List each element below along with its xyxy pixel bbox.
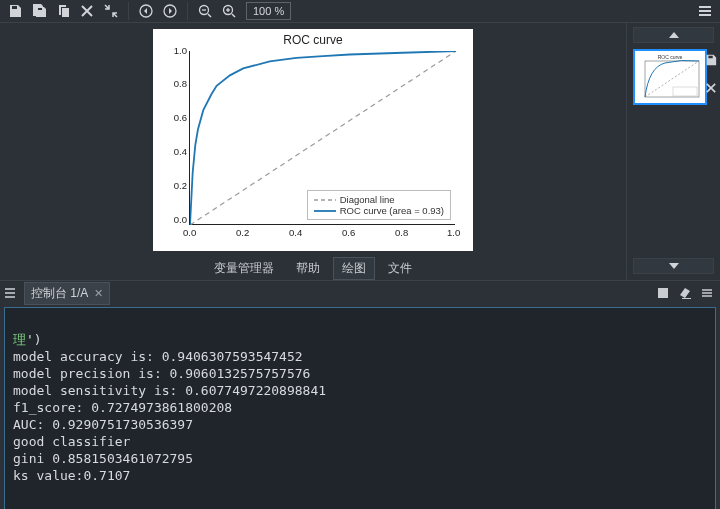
- x-tick: 0.8: [395, 227, 408, 238]
- app-root: 100 % ROC curve: [0, 0, 720, 509]
- toolbar-separator: [128, 2, 129, 20]
- save-icon[interactable]: [4, 0, 26, 22]
- console-line: f1_score: 0.7274973861800208: [13, 400, 232, 415]
- thumb-save-icon[interactable]: [700, 49, 720, 71]
- y-tick: 0.6: [174, 112, 187, 123]
- console-line: model sensitivity is: 0.6077497220898841: [13, 383, 326, 398]
- console-tab-label: 控制台 1/A: [31, 285, 88, 302]
- thumbnail-panel: ROC curve: [626, 23, 720, 280]
- tab-variable-explorer[interactable]: 变量管理器: [205, 257, 283, 280]
- svg-rect-21: [658, 288, 668, 298]
- x-tick: 0.0: [183, 227, 196, 238]
- console-line: model accuracy is: 0.9406307593547452: [13, 349, 303, 364]
- svg-line-6: [232, 14, 235, 17]
- forward-icon[interactable]: [159, 0, 181, 22]
- console-line: ks value:0.7107: [13, 468, 130, 483]
- console-tab[interactable]: 控制台 1/A ✕: [24, 282, 110, 305]
- console-tab-close-icon[interactable]: ✕: [94, 287, 103, 300]
- toolbar-separator: [187, 2, 188, 20]
- thumb-scroll-up[interactable]: [633, 27, 714, 43]
- console-stop-icon[interactable]: [654, 284, 672, 302]
- upper-pane: ROC curve: [0, 23, 720, 280]
- console-output[interactable]: 理') model accuracy is: 0.940630759354745…: [4, 307, 716, 509]
- y-tick: 0.4: [174, 146, 187, 157]
- zoom-level-field[interactable]: 100 %: [246, 2, 291, 20]
- plot-legend: Diagonal line ROC curve (area = 0.93): [307, 190, 451, 220]
- console-line: model precision is: 0.9060132575757576: [13, 366, 310, 381]
- legend-diagonal-label: Diagonal line: [340, 194, 395, 205]
- x-tick: 0.4: [289, 227, 302, 238]
- plot-title: ROC curve: [153, 33, 473, 47]
- console-line: gini 0.8581503461072795: [13, 451, 193, 466]
- console-line: '): [26, 332, 42, 347]
- console-line: AUC: 0.9290751730536397: [13, 417, 193, 432]
- tab-plots[interactable]: 绘图: [333, 257, 375, 280]
- close-icon[interactable]: [76, 0, 98, 22]
- console-menu-icon[interactable]: [698, 284, 716, 302]
- y-tick: 0.2: [174, 180, 187, 191]
- console-clear-icon[interactable]: [676, 284, 694, 302]
- roc-plot: ROC curve: [153, 29, 473, 251]
- console-pane: 控制台 1/A ✕ 理') model accuracy is: 0.94063…: [0, 280, 720, 509]
- y-tick: 1.0: [174, 45, 187, 56]
- hamburger-icon[interactable]: [694, 0, 716, 22]
- console-line: good classifier: [13, 434, 130, 449]
- legend-roc-label: ROC curve (area = 0.93): [340, 205, 444, 216]
- plot-thumbnail[interactable]: ROC curve: [633, 49, 707, 105]
- y-tick: 0.0: [174, 214, 187, 225]
- copy-icon[interactable]: [52, 0, 74, 22]
- plot-axes: Diagonal line ROC curve (area = 0.93): [189, 51, 455, 225]
- tab-files[interactable]: 文件: [379, 257, 421, 280]
- y-tick: 0.8: [174, 78, 187, 89]
- save-all-icon[interactable]: [28, 0, 50, 22]
- svg-rect-20: [673, 87, 697, 96]
- svg-text:ROC curve: ROC curve: [658, 54, 683, 60]
- zoom-in-icon[interactable]: [218, 0, 240, 22]
- x-tick: 1.0: [447, 227, 460, 238]
- x-tick: 0.6: [342, 227, 355, 238]
- svg-line-3: [208, 14, 211, 17]
- console-tab-bar: 控制台 1/A ✕: [0, 281, 720, 305]
- plot-pane: ROC curve: [0, 23, 626, 280]
- console-tab-list-icon[interactable]: [4, 287, 20, 299]
- pane-tabs: 变量管理器 帮助 绘图 文件: [205, 257, 421, 280]
- zoom-out-icon[interactable]: [194, 0, 216, 22]
- x-tick: 0.2: [236, 227, 249, 238]
- collapse-icon[interactable]: [100, 0, 122, 22]
- console-prompt: 理: [13, 332, 26, 347]
- tab-help[interactable]: 帮助: [287, 257, 329, 280]
- thumb-scroll-down[interactable]: [633, 258, 714, 274]
- main-toolbar: 100 %: [0, 0, 720, 23]
- thumb-close-icon[interactable]: [700, 77, 720, 99]
- back-icon[interactable]: [135, 0, 157, 22]
